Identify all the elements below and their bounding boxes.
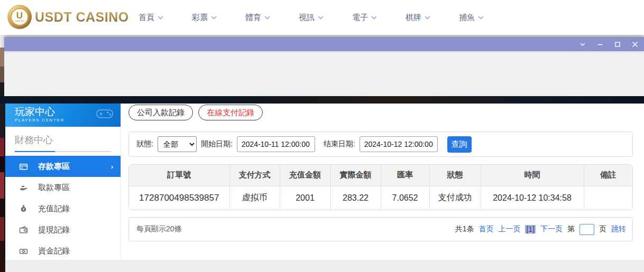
cell-order-no: 1728700498539857 — [129, 186, 229, 210]
table-header-row: 訂單號 支付方式 充值金額 實際金額 匯率 狀態 時間 備註 — [129, 165, 632, 186]
app-root: U CASINO USDT CASINO 首頁 彩票 體育 視訊 — [0, 0, 644, 272]
cell-remark — [584, 186, 632, 210]
col-status: 狀態 — [429, 165, 481, 186]
nav-item-lottery[interactable]: 彩票 — [192, 13, 217, 23]
col-remark: 備註 — [584, 165, 632, 186]
sidebar-header: 玩家中心 PLAYERS CENTER — [5, 104, 121, 127]
start-date-input[interactable] — [237, 136, 315, 152]
cell-actual-amount: 283.22 — [330, 186, 381, 210]
record-tabs: 公司入款記錄 在線支付記錄 — [128, 105, 633, 120]
sidebar-item-deposit-zone[interactable]: 存款專區 › — [5, 156, 121, 177]
sidebar: 玩家中心 PLAYERS CENTER 財務中心 存款專區 › — [5, 104, 121, 260]
sidebar-item-funds-records[interactable]: 資金記錄 — [5, 240, 121, 261]
window-titlebar[interactable] — [4, 37, 644, 51]
player-center-panel: 玩家中心 PLAYERS CENTER 財務中心 存款專區 › — [5, 104, 644, 260]
end-date-input[interactable] — [360, 136, 438, 152]
sidebar-section-title: 財務中心 — [15, 134, 111, 146]
table-row: 1728700498539857 虚拟币 2001 283.22 7.0652 … — [129, 186, 632, 210]
maximize-icon[interactable] — [614, 41, 621, 48]
coin-letter: U — [16, 12, 23, 20]
chevron-down-icon — [425, 16, 430, 20]
nav-label: 電子 — [352, 13, 368, 23]
prev-page-link[interactable]: 上一页 — [498, 224, 520, 234]
nav-item-sports[interactable]: 體育 — [245, 13, 270, 23]
page-size-text: 每頁顯示20條 — [136, 224, 182, 234]
end-date-label: 结束日期: — [324, 139, 355, 149]
nav-label: 捕魚 — [459, 13, 475, 23]
nav-label: 體育 — [245, 13, 261, 23]
col-order-no: 訂單號 — [129, 165, 229, 186]
minimize-icon[interactable] — [596, 41, 604, 48]
total-count-text: 共1条 — [455, 224, 474, 234]
sidebar-item-withdraw-zone[interactable]: 取款專區 — [5, 177, 121, 198]
money-bag-icon: ¥ — [19, 204, 29, 213]
main-content: 公司入款記錄 在線支付記錄 狀態: 全部 開始日期: 结束日期: 查詢 — [121, 104, 644, 260]
gamepad-icon — [95, 107, 114, 120]
first-page-link[interactable]: 首页 — [479, 224, 493, 234]
chevron-down-icon — [371, 16, 377, 20]
chevron-down-icon — [211, 16, 217, 20]
tab-online-payment-records[interactable]: 在線支付記錄 — [198, 105, 263, 120]
status-label: 狀態: — [136, 139, 153, 149]
nav-item-slots[interactable]: 電子 — [352, 13, 377, 23]
cell-recharge-amount: 2001 — [280, 186, 330, 210]
search-button[interactable]: 查詢 — [447, 136, 472, 153]
sidebar-item-withdrawal-records[interactable]: 提現記錄 — [5, 219, 121, 240]
jump-suffix-label: 页 — [599, 224, 606, 234]
nav-item-chess[interactable]: 棋牌 — [406, 13, 430, 23]
nav-label: 視訊 — [299, 13, 315, 23]
nav-label: 棋牌 — [406, 13, 421, 23]
cell-time: 2024-10-12 10:34:58 — [481, 186, 584, 210]
col-recharge-amount: 充值金額 — [280, 165, 330, 186]
hand-coin-icon — [19, 183, 29, 192]
dark-divider-band — [0, 96, 644, 104]
sidebar-section-underline — [15, 151, 111, 152]
records-table: 訂單號 支付方式 充值金額 實際金額 匯率 狀態 時間 備註 172870049 — [128, 164, 633, 210]
col-pay-method: 支付方式 — [229, 165, 280, 186]
sidebar-item-label: 充值記錄 — [38, 204, 70, 214]
chevron-down-icon — [318, 16, 324, 20]
chevron-down-icon — [478, 16, 484, 20]
chevron-right-icon: › — [111, 163, 113, 171]
nav-label: 首頁 — [139, 13, 154, 23]
cell-pay-method: 虚拟币 — [229, 186, 280, 210]
sidebar-section: 財務中心 — [5, 127, 121, 152]
banknote-icon — [19, 246, 29, 256]
chevron-down-icon — [158, 16, 163, 20]
sidebar-item-recharge-records[interactable]: ¥ 充值記錄 — [5, 198, 121, 219]
sidebar-item-label: 提現記錄 — [38, 225, 70, 235]
pagination-controls: 共1条 首页 上一页 [1] 下一页 第 页 跳转 — [455, 224, 626, 235]
collapse-icon[interactable] — [579, 41, 586, 48]
col-actual-amount: 實際金額 — [330, 165, 381, 186]
site-header: U CASINO USDT CASINO 首頁 彩票 體育 視訊 — [0, 0, 644, 35]
nav-item-video[interactable]: 視訊 — [299, 13, 324, 23]
wallet-icon — [19, 225, 29, 235]
nav-item-fishing[interactable]: 捕魚 — [459, 13, 484, 23]
sidebar-item-label: 資金記錄 — [38, 246, 70, 256]
window-controls — [579, 37, 639, 51]
jump-prefix-label: 第 — [567, 224, 575, 234]
coin-sub-label: CASINO — [15, 20, 24, 22]
tab-company-deposit-records[interactable]: 公司入款記錄 — [128, 105, 193, 120]
brand-logo[interactable]: U CASINO USDT CASINO — [7, 5, 129, 29]
sidebar-item-label: 存款專區 — [38, 162, 70, 172]
brand-name: USDT CASINO — [35, 10, 129, 25]
bottom-gray-strip — [5, 260, 644, 272]
bank-card-icon — [19, 162, 29, 171]
main-nav: 首頁 彩票 體育 視訊 電子 棋牌 — [139, 0, 484, 35]
col-exchange-rate: 匯率 — [381, 165, 429, 186]
current-page-indicator: [1] — [525, 225, 536, 233]
status-select[interactable]: 全部 — [158, 136, 197, 152]
next-page-link[interactable]: 下一页 — [540, 224, 563, 234]
jump-page-input[interactable] — [579, 224, 594, 235]
start-date-label: 開始日期: — [201, 139, 233, 149]
cell-exchange-rate: 7.0652 — [381, 186, 429, 210]
pagination-bar: 每頁顯示20條 共1条 首页 上一页 [1] 下一页 第 页 跳转 — [128, 217, 633, 241]
nav-label: 彩票 — [192, 13, 208, 23]
filter-bar: 狀態: 全部 開始日期: 结束日期: 查詢 — [128, 132, 633, 157]
nav-item-home[interactable]: 首頁 — [139, 13, 163, 23]
sidebar-menu: 存款專區 › 取款專區 ¥ 充值記錄 — [5, 156, 121, 261]
coin-logo-icon: U CASINO — [7, 5, 32, 29]
jump-button[interactable]: 跳转 — [611, 224, 626, 234]
close-icon[interactable] — [631, 41, 639, 48]
